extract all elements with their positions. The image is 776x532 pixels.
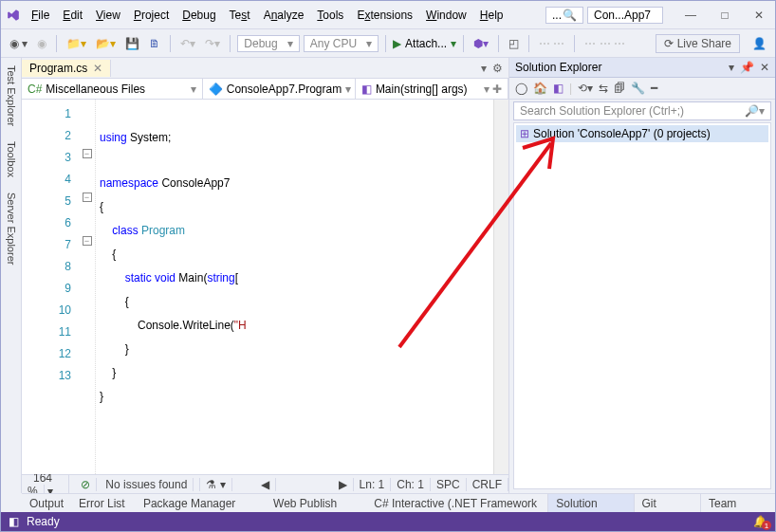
health-icon[interactable]: ⚗ ▾	[200, 478, 231, 491]
tb-misc2[interactable]: ◰	[506, 35, 522, 52]
tab-web-publish[interactable]: Web Publish Activity	[266, 494, 366, 512]
class-icon: 🔷	[209, 83, 223, 96]
line-numbers: 12345678910111213	[22, 100, 79, 474]
open-button[interactable]: 📂▾	[93, 35, 119, 52]
menu-analyze[interactable]: Analyze	[258, 5, 310, 26]
tb-overflow2[interactable]: ⋯ ⋯ ⋯	[582, 35, 628, 52]
solution-tree[interactable]: ⊞ Solution 'ConsoleApp7' (0 projects)	[513, 122, 771, 489]
tb-misc1[interactable]: ⬢▾	[471, 35, 491, 52]
nav-class-combo[interactable]: 🔷ConsoleApp7.Program▾	[203, 79, 356, 99]
csharp-icon: C#	[28, 83, 42, 96]
panel-titlebar[interactable]: Solution Explorer ▾📌✕	[509, 58, 775, 78]
notifications-button[interactable]: 🔔1	[753, 515, 767, 528]
vs-logo-icon	[7, 9, 20, 22]
panel-preview-icon[interactable]: ━	[651, 82, 657, 95]
panel-home-icon[interactable]: 🏠	[533, 82, 547, 95]
panel-properties-icon[interactable]: 🔧	[631, 82, 645, 95]
close-button[interactable]: ✕	[743, 4, 775, 27]
save-button[interactable]: 💾	[122, 35, 142, 52]
tab-pmc[interactable]: Package Manager Console	[136, 494, 266, 512]
config-combo[interactable]: Debug▾	[237, 35, 299, 52]
save-all-button[interactable]: 🗎	[146, 35, 163, 52]
tab-git-changes[interactable]: Git Changes	[634, 494, 700, 512]
tab-pin-icon[interactable]: ⚙	[492, 62, 503, 75]
fold-column[interactable]: − − −	[79, 100, 96, 474]
panel-sync-icon[interactable]: ◧	[553, 82, 564, 95]
code-text[interactable]: using System; namespace ConsoleApp7 { cl…	[96, 100, 493, 474]
minimize-button[interactable]: —	[674, 4, 707, 27]
tb-overflow1[interactable]: ⋯ ⋯	[536, 35, 567, 52]
menu-view[interactable]: View	[90, 5, 126, 26]
editor-statusbar: 164 % ▾ ⊘ No issues found ⚗ ▾ ◀ ▶ Ln: 1 …	[22, 474, 508, 493]
tab-solution-explorer[interactable]: Solution Explorer	[547, 494, 633, 512]
solution-explorer-panel: Solution Explorer ▾📌✕ ◯ 🏠 ◧ | ⟲▾ ⇆ 🗐 🔧 ━…	[509, 58, 775, 493]
menu-project[interactable]: Project	[128, 5, 175, 26]
new-project-button[interactable]: 📁▾	[64, 35, 89, 52]
panel-back-icon[interactable]: ◯	[515, 82, 527, 95]
panel-refresh-icon[interactable]: ⟲▾	[578, 82, 593, 95]
maximize-button[interactable]: □	[709, 4, 741, 27]
panel-toolbar: ◯ 🏠 ◧ | ⟲▾ ⇆ 🗐 🔧 ━	[509, 78, 775, 100]
nav-member-combo[interactable]: ◧Main(string[] args)▾ ✚	[356, 79, 508, 99]
panel-dropdown-icon[interactable]: ▾	[729, 61, 734, 74]
panel-collapse-icon[interactable]: ⇆	[599, 82, 608, 95]
panel-showall-icon[interactable]: 🗐	[614, 82, 625, 95]
menu-debug[interactable]: Debug	[176, 5, 221, 26]
panel-search[interactable]: Search Solution Explorer (Ctrl+;)🔎▾	[513, 101, 771, 120]
menu-extensions[interactable]: Extensions	[351, 5, 418, 26]
editor-area: Program.cs✕ ▾⚙ C#Miscellaneous Files▾ 🔷C…	[22, 58, 509, 493]
nav-back-button[interactable]: ◉ ▾	[7, 35, 30, 52]
account-button[interactable]: 👤	[749, 35, 769, 52]
main-toolbar: ◉ ▾ ◉ 📁▾ 📂▾ 💾 🗎 ↶▾ ↷▾ Debug▾ Any CPU▾ ▶ …	[1, 29, 775, 58]
status-ready: Ready	[27, 515, 60, 528]
solution-icon: ⊞	[520, 127, 529, 140]
tab-close-icon[interactable]: ✕	[93, 62, 102, 75]
status-mode-icon: ◧	[9, 515, 19, 528]
menu-file[interactable]: FFileile	[26, 5, 55, 26]
main-menu: FFileile Edit View Project Debug Test An…	[26, 5, 508, 26]
start-button[interactable]: ▶ Attach... ▾	[393, 37, 456, 50]
side-tab-toolbox[interactable]: Toolbox	[4, 136, 19, 183]
document-tab[interactable]: Program.cs✕	[22, 60, 111, 77]
undo-button[interactable]: ↶▾	[177, 35, 198, 52]
hscroll-right[interactable]: ▶	[333, 478, 354, 491]
titlebar: FFileile Edit View Project Debug Test An…	[1, 1, 775, 29]
solution-title[interactable]: Con...App7	[587, 7, 663, 24]
col-indicator[interactable]: Ch: 1	[391, 478, 431, 491]
search-go-icon[interactable]: 🔎▾	[745, 104, 765, 118]
left-tool-tabs: Test Explorer Toolbox Server Explorer	[1, 58, 22, 493]
quick-search[interactable]: ...🔍	[545, 7, 583, 24]
menu-window[interactable]: Window	[420, 5, 472, 26]
issues-status[interactable]: ⊘ No issues found	[69, 478, 200, 491]
menu-tools[interactable]: Tools	[311, 5, 349, 26]
menu-edit[interactable]: Edit	[57, 5, 88, 26]
line-indicator[interactable]: Ln: 1	[354, 478, 392, 491]
tab-csharp-interactive[interactable]: C# Interactive (.NET Framework 64-bit)	[366, 494, 547, 512]
hscroll-left[interactable]: ◀	[255, 478, 276, 491]
panel-pin-icon[interactable]: 📌	[740, 61, 754, 74]
eol-indicator[interactable]: CRLF	[467, 478, 508, 491]
nav-fwd-button[interactable]: ◉	[34, 35, 49, 52]
navigation-bar: C#Miscellaneous Files▾ 🔷ConsoleApp7.Prog…	[22, 79, 508, 100]
side-tab-server-explorer[interactable]: Server Explorer	[4, 187, 19, 270]
tab-error-list[interactable]: Error List ...	[71, 494, 136, 512]
redo-button[interactable]: ↷▾	[202, 35, 223, 52]
tab-team-explorer[interactable]: Team Explorer	[700, 494, 775, 512]
vertical-scrollbar[interactable]	[493, 100, 508, 474]
platform-combo[interactable]: Any CPU▾	[304, 35, 379, 52]
search-icon: 🔍	[563, 9, 577, 22]
method-icon: ◧	[361, 83, 372, 96]
live-share-button[interactable]: ⟳ Live Share	[656, 34, 740, 53]
indent-indicator[interactable]: SPC	[431, 478, 467, 491]
panel-close-icon[interactable]: ✕	[760, 61, 769, 74]
menu-help[interactable]: Help	[474, 5, 509, 26]
side-tab-test-explorer[interactable]: Test Explorer	[4, 60, 19, 132]
tab-output[interactable]: Output	[22, 494, 71, 512]
solution-node[interactable]: ⊞ Solution 'ConsoleApp7' (0 projects)	[516, 125, 768, 142]
tab-dropdown-icon[interactable]: ▾	[481, 62, 487, 75]
bottom-tool-tabs: Output Error List ... Package Manager Co…	[22, 493, 775, 512]
statusbar: ◧ Ready 🔔1	[1, 512, 775, 531]
menu-test[interactable]: Test	[224, 5, 256, 26]
nav-scope-combo[interactable]: C#Miscellaneous Files▾	[22, 79, 203, 99]
code-editor[interactable]: 12345678910111213 − − − using System; na…	[22, 100, 508, 474]
